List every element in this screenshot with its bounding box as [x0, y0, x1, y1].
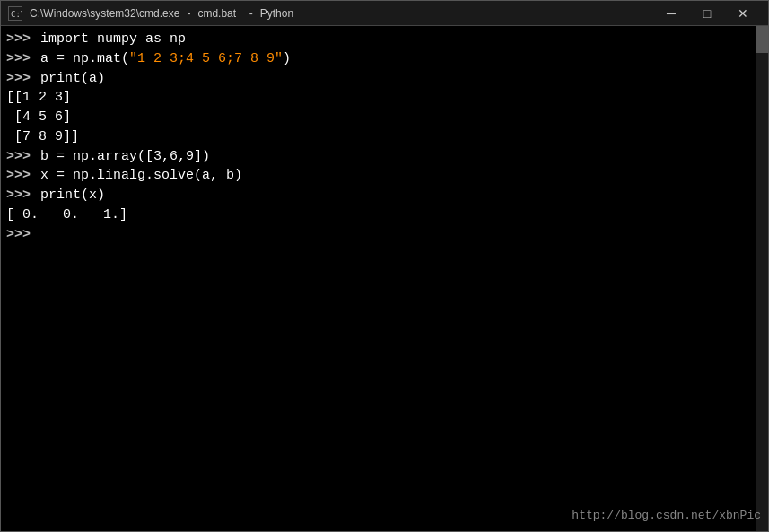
console-line-2: >>> a = np.mat("1 2 3;4 5 6;7 8 9")	[6, 49, 763, 69]
code-5: x = np.linalg.solve(a, b)	[32, 166, 242, 186]
title-language: Python	[260, 7, 293, 20]
console-line-6: >>> print(x)	[6, 186, 763, 205]
watermark: http://blog.csdn.net/xbnPic	[572, 509, 761, 522]
output-line-1: [[1 2 3]	[6, 88, 763, 108]
prompt-3: >>>	[6, 69, 31, 89]
minimize-button[interactable]: ─	[653, 1, 689, 26]
output-line-2: [4 5 6]	[6, 108, 763, 127]
output-line-3: [7 8 9]]	[6, 127, 763, 147]
svg-text:C:\: C:\	[11, 10, 22, 19]
console-line-4: >>> b = np.array([3,6,9])	[6, 147, 763, 167]
prompt-5: >>>	[6, 166, 31, 186]
cmd-icon: C:\	[8, 6, 22, 21]
title-separator: -	[187, 7, 190, 20]
title-text: C:\Windows\system32\cmd.exe	[30, 7, 179, 20]
console-line-7: >>>	[6, 225, 763, 245]
code-2: a = np.mat("1 2 3;4 5 6;7 8 9")	[32, 49, 291, 69]
console-body: >>> import numpy as np >>> a = np.mat("1…	[1, 26, 768, 531]
output-3: [7 8 9]]	[6, 127, 79, 147]
output-line-4: [ 0. 0. 1.]	[6, 205, 763, 225]
output-1: [[1 2 3]	[6, 88, 71, 108]
prompt-1: >>>	[6, 30, 31, 49]
prompt-7: >>>	[6, 225, 31, 245]
console-line-1: >>> import numpy as np	[6, 30, 763, 49]
code-1: import numpy as np	[32, 30, 186, 49]
maximize-button[interactable]: □	[689, 1, 725, 26]
console-line-5: >>> x = np.linalg.solve(a, b)	[6, 166, 763, 186]
title-bar: C:\ C:\Windows\system32\cmd.exe - cmd.ba…	[1, 1, 768, 26]
prompt-2: >>>	[6, 49, 31, 69]
title-filename: cmd.bat	[197, 7, 236, 20]
scroll-bar[interactable]	[756, 26, 768, 531]
code-3: print(a)	[32, 69, 105, 89]
prompt-6: >>>	[6, 186, 31, 205]
output-4: [ 0. 0. 1.]	[6, 205, 127, 225]
console-line-3: >>> print(a)	[6, 69, 763, 89]
close-button[interactable]: ✕	[725, 1, 761, 26]
output-2: [4 5 6]	[6, 108, 71, 127]
prompt-4: >>>	[6, 147, 31, 167]
title-bar-left: C:\ C:\Windows\system32\cmd.exe - cmd.ba…	[8, 6, 293, 21]
cursor-line	[32, 225, 40, 245]
code-4: b = np.array([3,6,9])	[32, 147, 210, 167]
window-controls: ─ □ ✕	[653, 1, 761, 26]
title-spacer: -	[243, 7, 253, 20]
scroll-thumb[interactable]	[756, 26, 768, 53]
code-6: print(x)	[32, 186, 105, 205]
cmd-window: C:\ C:\Windows\system32\cmd.exe - cmd.ba…	[0, 0, 769, 532]
